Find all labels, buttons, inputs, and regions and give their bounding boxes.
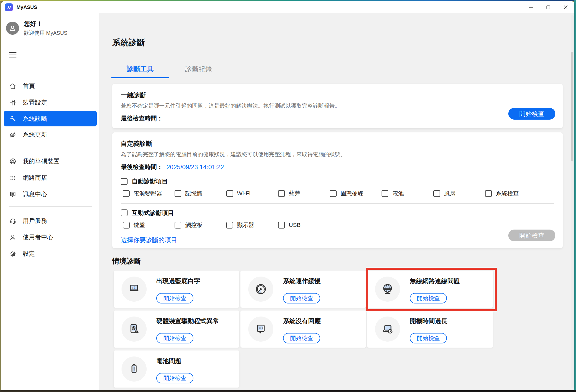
sidebar-item-label: 網路商店 (23, 174, 47, 182)
wrench-icon (9, 115, 16, 122)
scenario-card-bsod: :( 出現過藍底白字 開始檢查 (114, 271, 239, 308)
bsod-laptop-icon: :( (122, 277, 147, 302)
scenario-start-check-button[interactable]: 開始檢查 (156, 373, 193, 383)
sliders-icon (9, 99, 16, 106)
scenario-start-check-button[interactable]: 開始檢查 (283, 333, 320, 343)
profile-block[interactable]: 您好！ 歡迎使用 MyASUS (6, 20, 67, 37)
boot-time-icon (375, 317, 400, 342)
scrollbar-thumb[interactable] (571, 52, 573, 161)
content-scrollbar[interactable] (571, 15, 574, 388)
sidebar-item-online-store[interactable]: 網路商店 (1, 169, 99, 186)
tab-diagnostic-tools[interactable]: 診斷工具 (111, 60, 169, 78)
globe-icon (375, 277, 400, 302)
myasus-logo-icon (5, 3, 13, 11)
auto-diagnosis-group: 自動診斷項目 (121, 177, 554, 185)
sidebar: 您好！ 歡迎使用 MyASUS 首頁 裝置設定 (1, 13, 99, 390)
scenario-start-check-button[interactable]: 開始檢查 (156, 293, 193, 303)
sidebar-item-label: 首頁 (23, 82, 35, 90)
checkbox-battery[interactable] (382, 190, 388, 197)
chk-item-wifi: Wi-Fi (226, 190, 278, 197)
chk-label: 系統檢查 (496, 190, 519, 197)
window-controls (522, 1, 574, 13)
sidebar-item-label: 訊息中心 (23, 190, 47, 198)
tab-diagnostic-records[interactable]: 診斷紀錄 (169, 60, 228, 78)
sidebar-divider (9, 206, 92, 207)
interactive-diagnosis-group: 互動式診斷項目 (121, 209, 554, 217)
checkbox-touchpad[interactable] (175, 222, 181, 229)
sidebar-item-label: 系統診斷 (23, 115, 47, 123)
sidebar-item-label: 系統更新 (23, 131, 47, 139)
sidebar-item-settings[interactable]: 設定 (1, 245, 99, 262)
scenario-card-title: 電池問題 (156, 357, 181, 365)
sidebar-item-message-center[interactable]: 訊息中心 (1, 186, 99, 202)
sidebar-item-user-center[interactable]: 使用者中心 (1, 229, 99, 245)
checkbox-ssd[interactable] (330, 190, 337, 197)
main-content: 系統診斷 診斷工具 診斷紀錄 一鍵診斷 若您不確定是哪一元件引起的問題，這是最好… (99, 13, 574, 390)
sidebar-item-my-asus-devices[interactable]: 我的華碩裝置 (1, 153, 99, 169)
chk-item-bluetooth: 藍芽 (278, 190, 330, 197)
checkbox-keyboard[interactable] (123, 222, 130, 229)
checkbox-fan[interactable] (433, 190, 440, 197)
scenario-card-no-response: 系統沒有回應 開始檢查 (240, 311, 366, 348)
minimize-button[interactable] (522, 1, 540, 13)
sidebar-item-device-settings[interactable]: 裝置設定 (1, 94, 99, 111)
headset-icon (9, 217, 16, 225)
checkbox-display[interactable] (226, 222, 233, 229)
checkbox-interactive-group[interactable] (121, 209, 128, 216)
titlebar: MyASUS (1, 1, 574, 13)
no-response-bubble-icon (248, 317, 273, 342)
sidebar-item-system-diagnosis[interactable]: 系統診斷 (4, 111, 97, 126)
checkbox-power-adapter[interactable] (123, 190, 130, 197)
scenario-start-check-button[interactable]: 開始檢查 (410, 333, 447, 343)
last-check-label: 最後檢查時間： (121, 114, 163, 122)
scenario-start-check-button[interactable]: 開始檢查 (283, 293, 320, 303)
nav-group-tertiary: 用戶服務 使用者中心 (1, 213, 99, 262)
last-check-time-link[interactable]: 2025/09/23 14:01:22 (166, 163, 224, 171)
chk-label: 風扇 (444, 190, 456, 197)
scenario-card-long-boot: 開機時間過長 開始檢查 (367, 311, 493, 348)
chk-item-usb: USB (278, 221, 330, 229)
checkbox-usb[interactable] (278, 222, 285, 229)
select-diagnosis-items-link[interactable]: 選擇你要診斷的項目 (121, 236, 177, 244)
chk-label: 顯示器 (237, 221, 254, 229)
myasus-window: MyASUS (1, 1, 574, 390)
chk-label: 電源變壓器 (134, 190, 162, 197)
greeting: 您好！ 歡迎使用 MyASUS (24, 20, 67, 37)
interactive-group-label: 互動式診斷項目 (132, 209, 174, 217)
chk-item-display: 顯示器 (226, 221, 278, 229)
card-title: 自定義診斷 (121, 139, 554, 148)
speedometer-icon (248, 277, 273, 302)
chk-item-power-adapter: 電源變壓器 (123, 190, 175, 197)
checkbox-auto-group[interactable] (121, 178, 128, 185)
chk-label: 記憶體 (185, 190, 203, 197)
scenario-card-slow-system: 系統運作緩慢 開始檢查 (240, 271, 366, 308)
custom-diagnosis-card: 自定義診斷 為了能夠完整了解您的電腦目前的健康狀況，建議您可以使用完整測程，來取… (112, 132, 563, 248)
sidebar-item-home[interactable]: 首頁 (1, 78, 99, 94)
hamburger-menu-icon[interactable] (9, 52, 16, 57)
nav-group-secondary: 我的華碩裝置 網路商店 訊息中心 (1, 153, 99, 202)
checkbox-bluetooth[interactable] (278, 190, 285, 197)
interactive-diagnosis-items: 鍵盤 觸控板 顯示器 USB (121, 221, 554, 229)
sidebar-item-system-update[interactable]: 系統更新 (1, 126, 99, 143)
close-button[interactable] (557, 1, 574, 13)
chk-item-fan: 風扇 (433, 190, 485, 197)
svg-text::(: :( (132, 286, 135, 289)
scenario-card-title: 出現過藍底白字 (156, 277, 200, 285)
maximize-button[interactable] (540, 1, 557, 13)
sidebar-item-customer-service[interactable]: 用戶服務 (1, 213, 99, 229)
driver-warning-icon (122, 317, 147, 342)
sidebar-item-label: 用戶服務 (23, 217, 47, 225)
message-icon (9, 191, 16, 198)
chk-label: 藍芽 (289, 190, 300, 197)
one-click-start-check-button[interactable]: 開始檢查 (508, 108, 555, 120)
checkbox-memory[interactable] (175, 190, 181, 197)
checkbox-wifi[interactable] (226, 190, 233, 197)
scenario-start-check-button[interactable]: 開始檢查 (410, 293, 447, 303)
nav-group-primary: 首頁 裝置設定 系統診斷 (1, 78, 99, 143)
scenario-grid: :( 出現過藍底白字 開始檢查 (114, 271, 493, 388)
sidebar-item-label: 裝置設定 (23, 98, 47, 107)
custom-start-check-button-disabled[interactable]: 開始檢查 (508, 230, 555, 241)
checkbox-system-check[interactable] (485, 190, 492, 197)
scenario-start-check-button[interactable]: 開始檢查 (156, 333, 193, 343)
desktop-edge-right (574, 0, 576, 392)
